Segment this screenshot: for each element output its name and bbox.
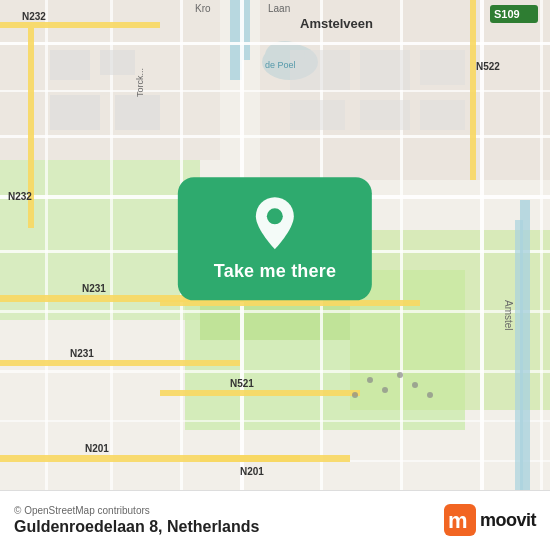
svg-rect-38 [160, 390, 360, 396]
svg-rect-52 [50, 50, 90, 80]
cta-overlay: Take me there [178, 177, 372, 300]
svg-rect-53 [100, 50, 135, 75]
moovit-brand-text: moovit [480, 510, 536, 531]
svg-text:Amstel: Amstel [503, 300, 514, 331]
svg-point-65 [382, 387, 388, 393]
svg-rect-42 [200, 455, 350, 462]
svg-rect-16 [0, 310, 550, 313]
svg-text:N201: N201 [240, 466, 264, 477]
svg-rect-55 [115, 95, 160, 130]
svg-rect-28 [0, 22, 160, 28]
svg-text:N522: N522 [476, 61, 500, 72]
svg-point-69 [352, 392, 358, 398]
svg-rect-59 [290, 100, 345, 130]
svg-text:N521: N521 [230, 378, 254, 389]
svg-point-68 [427, 392, 433, 398]
svg-text:N231: N231 [82, 283, 106, 294]
map-container: N232 N232 N231 N231 N521 N521 N201 N201 … [0, 0, 550, 490]
svg-rect-54 [50, 95, 100, 130]
svg-rect-20 [45, 0, 48, 490]
svg-text:N231: N231 [70, 348, 94, 359]
svg-rect-34 [0, 360, 240, 366]
svg-rect-36 [160, 300, 420, 306]
svg-text:Laan: Laan [268, 3, 290, 14]
take-me-there-button[interactable]: Take me there [178, 177, 372, 300]
svg-rect-11 [0, 42, 550, 45]
svg-text:Kro: Kro [195, 3, 211, 14]
svg-text:Torck...: Torck... [135, 68, 145, 97]
svg-text:N201: N201 [85, 443, 109, 454]
svg-text:Amstelveen: Amstelveen [300, 16, 373, 31]
moovit-logo: m moovit [444, 504, 536, 536]
svg-rect-60 [360, 100, 410, 130]
svg-rect-13 [0, 135, 550, 138]
svg-rect-61 [420, 100, 465, 130]
svg-rect-27 [540, 0, 543, 490]
moovit-icon: m [444, 504, 476, 536]
location-pin-icon [251, 195, 299, 251]
svg-text:S109: S109 [494, 8, 520, 20]
svg-point-66 [397, 372, 403, 378]
svg-rect-44 [470, 0, 476, 180]
svg-rect-57 [360, 50, 410, 90]
svg-text:m: m [448, 508, 468, 533]
svg-rect-51 [515, 220, 523, 490]
svg-rect-18 [0, 420, 550, 422]
svg-point-72 [267, 208, 283, 224]
svg-text:de Poel: de Poel [265, 60, 296, 70]
svg-rect-26 [480, 0, 484, 490]
svg-rect-58 [420, 50, 465, 85]
svg-text:N232: N232 [22, 11, 46, 22]
svg-rect-17 [0, 370, 550, 373]
svg-point-67 [412, 382, 418, 388]
cta-label: Take me there [214, 261, 336, 282]
footer: © OpenStreetMap contributors Guldenroede… [0, 490, 550, 550]
svg-rect-56 [290, 50, 350, 90]
svg-rect-12 [0, 90, 550, 92]
svg-text:N232: N232 [8, 191, 32, 202]
svg-point-64 [367, 377, 373, 383]
